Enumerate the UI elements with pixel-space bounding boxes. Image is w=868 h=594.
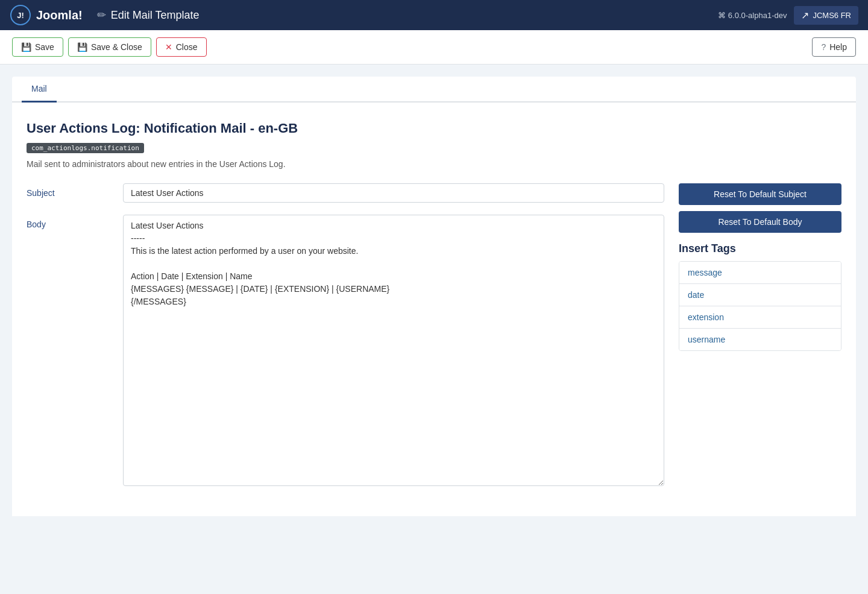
reset-subject-label: Reset To Default Subject <box>714 189 807 199</box>
form-fields: Subject Body Latest User Actions ----- T… <box>27 183 664 498</box>
save-close-label: Save & Close <box>91 42 142 52</box>
close-button[interactable]: ✕ Close <box>156 37 207 57</box>
subject-label: Subject <box>27 183 123 198</box>
navbar: J! Joomla! Edit Mail Template ⌘ 6.0.0-al… <box>0 0 868 30</box>
save-close-icon: 💾 <box>77 42 87 52</box>
body-label: Body <box>27 215 123 229</box>
pencil-icon <box>97 8 106 22</box>
brand-name: Joomla! <box>36 8 83 22</box>
subject-group: Subject <box>27 183 664 203</box>
body-textarea[interactable]: Latest User Actions ----- This is the la… <box>123 215 664 486</box>
tab-mail[interactable]: Mail <box>22 77 57 103</box>
form-actions-sidebar: Reset To Default Subject Reset To Defaul… <box>679 183 841 498</box>
form-description: Mail sent to administrators about new en… <box>27 159 841 169</box>
user-button-label: JCMS6 FR <box>813 11 851 20</box>
help-label: Help <box>829 42 847 52</box>
logo-brand: J! Joomla! <box>10 4 83 26</box>
component-badge: com_actionlogs.notification <box>27 143 144 153</box>
toolbar: 💾 Save 💾 Save & Close ✕ Close ? Help <box>0 30 868 65</box>
user-button[interactable]: ↗ JCMS6 FR <box>794 6 858 25</box>
form-title: User Actions Log: Notification Mail - en… <box>27 121 841 136</box>
tag-message[interactable]: message <box>679 262 841 284</box>
tag-date[interactable]: date <box>679 284 841 306</box>
close-icon: ✕ <box>165 42 172 52</box>
navbar-right: ⌘ 6.0.0-alpha1-dev ↗ JCMS6 FR <box>718 6 858 25</box>
tags-list: message date extension username <box>679 261 841 351</box>
version-text: ⌘ 6.0.0-alpha1-dev <box>718 11 787 20</box>
tab-list: Mail <box>12 77 856 103</box>
form-panel: User Actions Log: Notification Mail - en… <box>12 103 856 516</box>
reset-body-button[interactable]: Reset To Default Body <box>679 211 841 233</box>
save-icon: 💾 <box>21 42 31 52</box>
save-label: Save <box>35 42 54 52</box>
external-icon: ↗ <box>801 10 809 21</box>
insert-tags-title: Insert Tags <box>679 242 841 255</box>
reset-body-label: Reset To Default Body <box>718 217 802 227</box>
page-heading: Edit Mail Template <box>111 9 200 22</box>
subject-input[interactable] <box>123 183 664 203</box>
tab-mail-label: Mail <box>31 84 47 93</box>
form-layout: Subject Body Latest User Actions ----- T… <box>27 183 841 498</box>
close-label: Close <box>176 42 198 52</box>
save-button[interactable]: 💾 Save <box>12 37 63 57</box>
tag-extension[interactable]: extension <box>679 306 841 329</box>
tag-username[interactable]: username <box>679 329 841 350</box>
save-close-button[interactable]: 💾 Save & Close <box>68 37 151 57</box>
joomla-logo: J! <box>10 4 31 26</box>
question-icon: ? <box>821 42 826 52</box>
main-content: Mail User Actions Log: Notification Mail… <box>0 65 868 528</box>
svg-text:J!: J! <box>17 11 24 20</box>
body-group: Body Latest User Actions ----- This is t… <box>27 215 664 486</box>
navbar-title: Edit Mail Template <box>97 8 719 22</box>
tabs-container: Mail User Actions Log: Notification Mail… <box>12 77 856 516</box>
help-button[interactable]: ? Help <box>812 37 856 57</box>
reset-subject-button[interactable]: Reset To Default Subject <box>679 183 841 205</box>
